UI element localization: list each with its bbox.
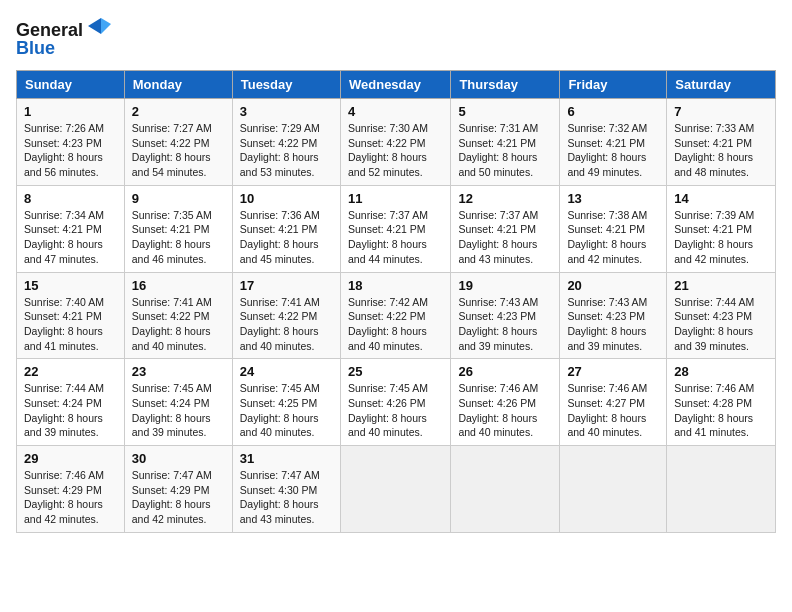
day-number: 1 — [24, 104, 117, 119]
day-number: 5 — [458, 104, 552, 119]
day-info: Sunrise: 7:41 AM Sunset: 4:22 PM Dayligh… — [132, 295, 225, 354]
day-number: 2 — [132, 104, 225, 119]
day-info: Sunrise: 7:46 AM Sunset: 4:28 PM Dayligh… — [674, 381, 768, 440]
weekday-header-tuesday: Tuesday — [232, 71, 340, 99]
calendar-cell: 24 Sunrise: 7:45 AM Sunset: 4:25 PM Dayl… — [232, 359, 340, 446]
calendar-week-4: 22 Sunrise: 7:44 AM Sunset: 4:24 PM Dayl… — [17, 359, 776, 446]
day-info: Sunrise: 7:42 AM Sunset: 4:22 PM Dayligh… — [348, 295, 443, 354]
logo-icon: General Blue — [16, 16, 116, 60]
day-number: 20 — [567, 278, 659, 293]
svg-marker-2 — [88, 18, 101, 34]
calendar-cell: 23 Sunrise: 7:45 AM Sunset: 4:24 PM Dayl… — [124, 359, 232, 446]
day-number: 25 — [348, 364, 443, 379]
calendar-cell: 18 Sunrise: 7:42 AM Sunset: 4:22 PM Dayl… — [340, 272, 450, 359]
calendar-cell — [340, 446, 450, 533]
day-number: 19 — [458, 278, 552, 293]
calendar-cell — [560, 446, 667, 533]
weekday-header-friday: Friday — [560, 71, 667, 99]
day-info: Sunrise: 7:46 AM Sunset: 4:26 PM Dayligh… — [458, 381, 552, 440]
day-number: 18 — [348, 278, 443, 293]
day-number: 24 — [240, 364, 333, 379]
weekday-header-saturday: Saturday — [667, 71, 776, 99]
day-number: 14 — [674, 191, 768, 206]
day-number: 27 — [567, 364, 659, 379]
day-number: 11 — [348, 191, 443, 206]
calendar-cell: 25 Sunrise: 7:45 AM Sunset: 4:26 PM Dayl… — [340, 359, 450, 446]
day-info: Sunrise: 7:34 AM Sunset: 4:21 PM Dayligh… — [24, 208, 117, 267]
day-number: 3 — [240, 104, 333, 119]
day-info: Sunrise: 7:39 AM Sunset: 4:21 PM Dayligh… — [674, 208, 768, 267]
day-info: Sunrise: 7:30 AM Sunset: 4:22 PM Dayligh… — [348, 121, 443, 180]
day-number: 30 — [132, 451, 225, 466]
day-info: Sunrise: 7:45 AM Sunset: 4:26 PM Dayligh… — [348, 381, 443, 440]
day-number: 12 — [458, 191, 552, 206]
weekday-header-row: SundayMondayTuesdayWednesdayThursdayFrid… — [17, 71, 776, 99]
day-number: 16 — [132, 278, 225, 293]
calendar-cell: 22 Sunrise: 7:44 AM Sunset: 4:24 PM Dayl… — [17, 359, 125, 446]
day-info: Sunrise: 7:45 AM Sunset: 4:25 PM Dayligh… — [240, 381, 333, 440]
calendar-cell: 1 Sunrise: 7:26 AM Sunset: 4:23 PM Dayli… — [17, 99, 125, 186]
day-number: 17 — [240, 278, 333, 293]
calendar-cell — [667, 446, 776, 533]
calendar-cell: 4 Sunrise: 7:30 AM Sunset: 4:22 PM Dayli… — [340, 99, 450, 186]
calendar-cell: 27 Sunrise: 7:46 AM Sunset: 4:27 PM Dayl… — [560, 359, 667, 446]
day-info: Sunrise: 7:37 AM Sunset: 4:21 PM Dayligh… — [348, 208, 443, 267]
calendar-cell: 21 Sunrise: 7:44 AM Sunset: 4:23 PM Dayl… — [667, 272, 776, 359]
svg-marker-3 — [101, 18, 111, 34]
day-info: Sunrise: 7:26 AM Sunset: 4:23 PM Dayligh… — [24, 121, 117, 180]
calendar-cell: 29 Sunrise: 7:46 AM Sunset: 4:29 PM Dayl… — [17, 446, 125, 533]
day-info: Sunrise: 7:33 AM Sunset: 4:21 PM Dayligh… — [674, 121, 768, 180]
weekday-header-thursday: Thursday — [451, 71, 560, 99]
calendar-cell: 30 Sunrise: 7:47 AM Sunset: 4:29 PM Dayl… — [124, 446, 232, 533]
day-info: Sunrise: 7:29 AM Sunset: 4:22 PM Dayligh… — [240, 121, 333, 180]
calendar-cell: 17 Sunrise: 7:41 AM Sunset: 4:22 PM Dayl… — [232, 272, 340, 359]
calendar-cell: 11 Sunrise: 7:37 AM Sunset: 4:21 PM Dayl… — [340, 185, 450, 272]
svg-text:Blue: Blue — [16, 38, 55, 58]
day-number: 9 — [132, 191, 225, 206]
day-number: 28 — [674, 364, 768, 379]
day-info: Sunrise: 7:47 AM Sunset: 4:30 PM Dayligh… — [240, 468, 333, 527]
logo: General Blue — [16, 16, 116, 60]
calendar-cell: 14 Sunrise: 7:39 AM Sunset: 4:21 PM Dayl… — [667, 185, 776, 272]
day-number: 15 — [24, 278, 117, 293]
day-number: 13 — [567, 191, 659, 206]
day-number: 10 — [240, 191, 333, 206]
page-header: General Blue — [16, 16, 776, 60]
calendar-cell: 5 Sunrise: 7:31 AM Sunset: 4:21 PM Dayli… — [451, 99, 560, 186]
calendar-cell: 20 Sunrise: 7:43 AM Sunset: 4:23 PM Dayl… — [560, 272, 667, 359]
day-info: Sunrise: 7:41 AM Sunset: 4:22 PM Dayligh… — [240, 295, 333, 354]
calendar-cell — [451, 446, 560, 533]
calendar-cell: 7 Sunrise: 7:33 AM Sunset: 4:21 PM Dayli… — [667, 99, 776, 186]
day-number: 23 — [132, 364, 225, 379]
day-number: 22 — [24, 364, 117, 379]
weekday-header-monday: Monday — [124, 71, 232, 99]
day-info: Sunrise: 7:37 AM Sunset: 4:21 PM Dayligh… — [458, 208, 552, 267]
day-info: Sunrise: 7:46 AM Sunset: 4:27 PM Dayligh… — [567, 381, 659, 440]
calendar-cell: 26 Sunrise: 7:46 AM Sunset: 4:26 PM Dayl… — [451, 359, 560, 446]
day-info: Sunrise: 7:40 AM Sunset: 4:21 PM Dayligh… — [24, 295, 117, 354]
day-info: Sunrise: 7:31 AM Sunset: 4:21 PM Dayligh… — [458, 121, 552, 180]
calendar-cell: 8 Sunrise: 7:34 AM Sunset: 4:21 PM Dayli… — [17, 185, 125, 272]
calendar-cell: 12 Sunrise: 7:37 AM Sunset: 4:21 PM Dayl… — [451, 185, 560, 272]
day-number: 4 — [348, 104, 443, 119]
day-info: Sunrise: 7:32 AM Sunset: 4:21 PM Dayligh… — [567, 121, 659, 180]
calendar-cell: 13 Sunrise: 7:38 AM Sunset: 4:21 PM Dayl… — [560, 185, 667, 272]
calendar-table: SundayMondayTuesdayWednesdayThursdayFrid… — [16, 70, 776, 533]
day-info: Sunrise: 7:36 AM Sunset: 4:21 PM Dayligh… — [240, 208, 333, 267]
calendar-cell: 15 Sunrise: 7:40 AM Sunset: 4:21 PM Dayl… — [17, 272, 125, 359]
day-number: 6 — [567, 104, 659, 119]
svg-text:General: General — [16, 20, 83, 40]
day-info: Sunrise: 7:27 AM Sunset: 4:22 PM Dayligh… — [132, 121, 225, 180]
day-number: 21 — [674, 278, 768, 293]
day-info: Sunrise: 7:38 AM Sunset: 4:21 PM Dayligh… — [567, 208, 659, 267]
calendar-cell: 3 Sunrise: 7:29 AM Sunset: 4:22 PM Dayli… — [232, 99, 340, 186]
day-number: 29 — [24, 451, 117, 466]
calendar-week-5: 29 Sunrise: 7:46 AM Sunset: 4:29 PM Dayl… — [17, 446, 776, 533]
calendar-week-3: 15 Sunrise: 7:40 AM Sunset: 4:21 PM Dayl… — [17, 272, 776, 359]
day-info: Sunrise: 7:47 AM Sunset: 4:29 PM Dayligh… — [132, 468, 225, 527]
calendar-cell: 31 Sunrise: 7:47 AM Sunset: 4:30 PM Dayl… — [232, 446, 340, 533]
day-info: Sunrise: 7:35 AM Sunset: 4:21 PM Dayligh… — [132, 208, 225, 267]
calendar-week-1: 1 Sunrise: 7:26 AM Sunset: 4:23 PM Dayli… — [17, 99, 776, 186]
day-info: Sunrise: 7:46 AM Sunset: 4:29 PM Dayligh… — [24, 468, 117, 527]
weekday-header-wednesday: Wednesday — [340, 71, 450, 99]
